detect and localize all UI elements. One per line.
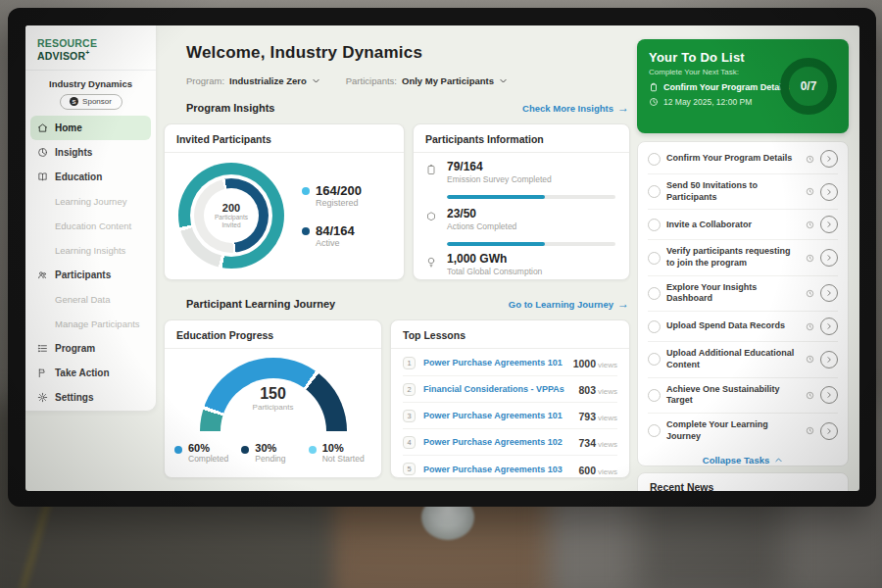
sidebar-item-general-data[interactable]: General Data [30,287,151,312]
lesson-row-3[interactable]: 3 Power Purchase Agreements 101 793views [403,403,617,429]
arrow-right-icon: → [617,298,629,310]
task-checkbox[interactable] [648,185,661,198]
chevron-right-icon[interactable] [820,284,838,302]
chevron-right-icon[interactable] [820,351,838,368]
clock-icon [806,289,814,298]
chevron-right-icon[interactable] [820,422,838,440]
legend-dot [309,446,317,454]
lesson-row-5[interactable]: 5 Power Purchase Agreements 103 600views [403,456,617,482]
sidebar-item-manage-participants[interactable]: Manage Participants [30,312,151,336]
sidebar-item-education[interactable]: Education [30,165,151,189]
program-icon [37,343,48,354]
page-title: Welcome, Industry Dynamics [186,43,422,63]
donut-legend: 164/200 Registered 84/164 Active [302,183,362,248]
task-invite-collaborator[interactable]: Invite a Collaborator [648,210,838,240]
stat-total-consumption: 1,000 GWh Total Global Consumption [425,252,615,276]
go-to-learning-journey-link[interactable]: Go to Learning Journey → [509,298,629,310]
task-upload-spend-data[interactable]: Upload Spend Data Records [648,312,838,342]
sidebar-item-insights[interactable]: Insights [30,140,151,165]
recent-news-card: Recent News [637,472,849,491]
lesson-row-2[interactable]: 2 Financial Considerations - VPPAs 803vi… [403,376,617,403]
legend-registered: 164/200 Registered [302,183,362,208]
task-checkbox[interactable] [648,389,661,402]
clock-icon [806,155,814,164]
sidebar-item-participants[interactable]: Participants [30,263,151,287]
task-confirm-program-details[interactable]: Confirm Your Program Details [648,144,838,174]
actions-completed-progress-bar [447,242,615,246]
legend-active: 84/164 Active [302,223,362,248]
top-lessons-card: Top Lessons 1 Power Purchase Agreements … [390,319,630,478]
chevron-right-icon[interactable] [820,216,838,233]
participants-icon [37,270,48,280]
rank-badge: 1 [403,357,416,369]
check-more-insights-link[interactable]: Check More Insights → [522,102,629,114]
bulb-icon [425,252,447,276]
sidebar: RESOURCE ADVISOR+ Industry Dynamics S Sp… [25,25,157,412]
rank-badge: 4 [403,436,416,449]
task-send-invitations[interactable]: Send 50 Invitations to Participants [648,174,838,210]
filter-bar: Program: Industrialize Zero Participants… [186,75,508,86]
sidebar-item-home[interactable]: Home [30,116,151,140]
lesson-row-4[interactable]: 4 Power Purchase Agreements 102 734views [403,429,617,456]
task-checkbox[interactable] [648,320,661,333]
task-upload-educational-content[interactable]: Upload Additional Educational Content [648,342,838,377]
task-checkbox[interactable] [648,353,661,366]
sponsor-badge: S Sponsor [60,94,122,110]
clock-icon [806,220,814,229]
sidebar-item-learning-insights[interactable]: Learning Insights [30,238,151,263]
sidebar-item-settings[interactable]: Settings [30,385,151,410]
rank-badge: 2 [403,383,416,396]
take-action-icon [37,368,48,378]
chevron-right-icon[interactable] [820,386,838,404]
stat-actions-completed: 23/50 Actions Completed [425,207,615,231]
sidebar-item-take-action[interactable]: Take Action [30,361,151,385]
sidebar-nav: Home Insights Education Learning Journey… [25,116,156,410]
section-title: Program Insights [186,102,274,114]
task-checkbox[interactable] [648,153,661,166]
collapse-tasks-link[interactable]: Collapse Tasks [648,448,838,469]
brand-primary: RESOURCE [37,37,97,49]
program-insights-header: Program Insights Check More Insights → [186,102,629,114]
task-checkbox[interactable] [648,424,661,437]
education-progress-card: Education Progress 150 Participants 60% … [164,319,382,478]
org-name: Industry Dynamics [25,78,156,89]
legend-dot [174,446,182,454]
invited-participants-card: Invited Participants 200 Participants In… [164,123,405,280]
recent-news-title: Recent News [650,481,836,491]
legend-dot [241,446,249,454]
dashboard-screen: RESOURCE ADVISOR+ Industry Dynamics S Sp… [25,25,859,491]
lesson-row-1[interactable]: 1 Power Purchase Agreements 101 1000view… [403,350,617,376]
plant-stem [20,496,51,588]
education-icon [37,172,48,182]
clipboard-icon [425,160,447,184]
task-complete-learning-journey[interactable]: Complete Your Learning Journey [648,414,838,448]
participants-select[interactable]: Participants: Only My Participants [346,75,508,86]
brand-plus: + [85,49,89,56]
settings-icon [37,392,48,403]
task-checkbox[interactable] [648,219,661,231]
chevron-right-icon[interactable] [820,183,838,201]
task-explore-insights[interactable]: Explore Your Insights Dashboard [648,276,838,312]
arrow-right-icon: → [617,102,629,114]
sidebar-item-education-content[interactable]: Education Content [30,214,151,238]
task-checkbox[interactable] [648,287,661,300]
chevron-right-icon[interactable] [820,150,838,168]
program-select[interactable]: Program: Industrialize Zero [186,75,320,86]
invited-participants-donut-chart: 200 Participants Invited [178,163,284,269]
home-icon [37,122,48,133]
task-achieve-sustainability-target[interactable]: Achieve One Sustainability Target [648,378,838,414]
gauge-legend: 60% Completed 30% Pending 10% Not Starte… [174,442,375,464]
sidebar-item-learning-journey[interactable]: Learning Journey [30,189,151,214]
education-progress-gauge-chart: 150 Participants [200,358,347,431]
sidebar-item-program[interactable]: Program [30,336,151,361]
main-content: Welcome, Industry Dynamics Program: Indu… [161,25,637,491]
legend-dot [302,227,310,235]
chevron-right-icon[interactable] [820,249,838,267]
rank-badge: 5 [403,463,416,475]
chevron-right-icon[interactable] [820,318,838,335]
task-verify-participants[interactable]: Verify participants requesting to join t… [648,240,838,275]
task-checkbox[interactable] [648,252,661,265]
clock-icon [806,355,814,364]
clock-icon [806,322,814,331]
learning-journey-header: Participant Learning Journey Go to Learn… [186,298,629,310]
